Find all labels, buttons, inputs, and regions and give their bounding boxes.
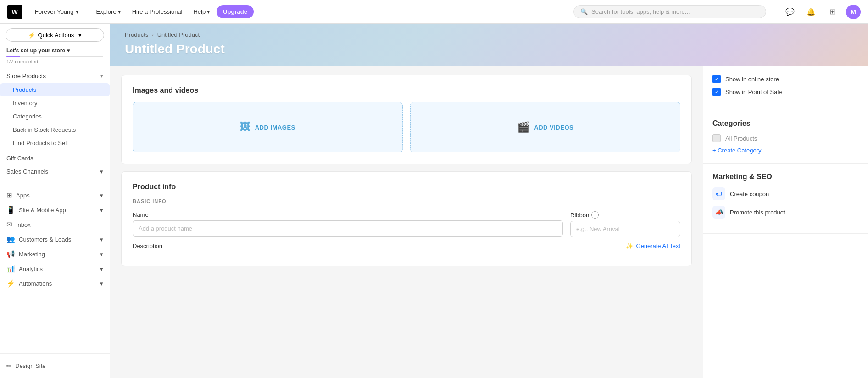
help-chevron: ▾	[207, 8, 210, 15]
sidebar-item-sales-channels[interactable]: Sales Channels ▾	[0, 165, 110, 178]
quick-actions-button[interactable]: ⚡ Quick Actions ▾	[6, 28, 104, 42]
sidebar-item-categories[interactable]: Categories	[0, 110, 110, 123]
sidebar-item-customers-leads[interactable]: 👥 Customers & Leads ▾	[0, 232, 110, 247]
ribbon-info-icon[interactable]: i	[591, 211, 599, 219]
sidebar-item-inventory[interactable]: Inventory	[0, 96, 110, 110]
automations-chevron: ▾	[100, 280, 103, 287]
search-bar[interactable]: 🔍 Search for tools, apps, help & more...	[573, 5, 766, 18]
breadcrumb-current: Untitled Product	[157, 31, 200, 38]
automations-icon: ⚡	[6, 279, 15, 288]
ribbon-label: Ribbon i	[570, 211, 680, 219]
breadcrumb: Products › Untitled Product	[125, 31, 853, 38]
sidebar-top: ⚡ Quick Actions ▾	[0, 24, 110, 45]
marketing-icon: 📢	[6, 250, 15, 258]
name-label: Name	[133, 211, 563, 218]
sidebar-item-analytics[interactable]: 📊 Analytics ▾	[0, 261, 110, 276]
marketing-seo-title: Marketing & SEO	[712, 173, 859, 181]
search-icon: 🔍	[580, 8, 588, 15]
add-images-icon: 🖼	[240, 121, 250, 133]
sidebar-item-inbox[interactable]: ✉ Inbox	[0, 217, 110, 232]
messages-icon-button[interactable]: 💬	[783, 5, 797, 19]
create-category-link[interactable]: + Create Category	[712, 147, 859, 154]
add-images-box[interactable]: 🖼 ADD IMAGES	[133, 102, 403, 152]
notifications-icon-button[interactable]: 🔔	[804, 5, 818, 19]
sidebar-item-site-mobile[interactable]: 📱 Site & Mobile App ▾	[0, 203, 110, 217]
sidebar-item-gift-cards[interactable]: Gift Cards	[0, 152, 110, 165]
site-mobile-icon: 📱	[6, 206, 15, 214]
nav-explore[interactable]: Explore ▾	[92, 6, 126, 18]
breadcrumb-chevron: ›	[152, 32, 153, 37]
main-body: Images and videos 🖼 ADD IMAGES 🎬 ADD VID…	[110, 66, 868, 378]
breadcrumb-parent[interactable]: Products	[125, 31, 148, 38]
inventory-label: Inventory	[13, 100, 37, 107]
progress-label: 1/7 completed	[6, 59, 103, 64]
page-title: Untitled Product	[125, 42, 853, 56]
site-name-chevron: ▾	[76, 8, 79, 15]
generate-ai-icon: ✨	[626, 243, 633, 249]
wix-logo-icon: W	[7, 5, 22, 19]
quick-actions-label: Quick Actions	[38, 32, 74, 39]
sidebar-item-find-products[interactable]: Find Products to Sell	[0, 136, 110, 150]
progress-bar-fill	[6, 56, 20, 57]
grid-icon-button[interactable]: ⊞	[825, 5, 840, 19]
products-label: Products	[13, 86, 36, 93]
nav-help[interactable]: Help ▾	[189, 6, 215, 18]
left-panel: Images and videos 🖼 ADD IMAGES 🎬 ADD VID…	[110, 66, 703, 378]
create-coupon-label: Create coupon	[730, 191, 769, 197]
sidebar-group-header-store-products[interactable]: Store Products ▾	[0, 69, 110, 83]
all-products-row: All Products	[712, 134, 859, 142]
sidebar: ⚡ Quick Actions ▾ Let's set up your stor…	[0, 24, 110, 378]
sidebar-item-automations[interactable]: ⚡ Automations ▾	[0, 276, 110, 291]
name-ribbon-row: Name Ribbon i	[133, 211, 680, 237]
categories-label: Categories	[13, 113, 42, 120]
wix-logo[interactable]: W	[7, 5, 22, 19]
show-online-row: ✓ Show in online store	[712, 75, 859, 83]
quick-actions-icon: ⚡	[28, 32, 35, 39]
product-info-title: Product info	[133, 183, 680, 191]
quick-actions-chevron: ▾	[78, 32, 82, 39]
hero-header: Products › Untitled Product Untitled Pro…	[110, 24, 868, 66]
sales-channels-chevron: ▾	[100, 168, 103, 175]
show-pos-checkbox[interactable]: ✓	[712, 88, 721, 96]
show-online-checkbox[interactable]: ✓	[712, 75, 721, 83]
nav-hire[interactable]: Hire a Professional	[128, 6, 187, 18]
content-area: Products › Untitled Product Untitled Pro…	[110, 24, 868, 378]
upgrade-button[interactable]: Upgrade	[217, 5, 254, 18]
sidebar-item-marketing[interactable]: 📢 Marketing ▾	[0, 247, 110, 261]
sales-channels-label: Sales Channels	[6, 168, 48, 175]
generate-ai-button[interactable]: ✨ Generate AI Text	[626, 243, 680, 249]
site-name-text: Forever Young	[35, 8, 74, 15]
design-site-footer: ✏ Design Site	[0, 353, 110, 378]
add-videos-label: ADD VIDEOS	[534, 124, 573, 131]
description-row: Description ✨ Generate AI Text	[133, 243, 680, 249]
all-products-checkbox[interactable]	[712, 134, 721, 142]
design-site-button[interactable]: ✏ Design Site	[6, 359, 103, 372]
promote-product-item[interactable]: 📣 Promote this product	[712, 206, 859, 219]
add-videos-box[interactable]: 🎬 ADD VIDEOS	[410, 102, 680, 152]
product-info-card: Product info BASIC INFO Name Ribbon i	[121, 171, 692, 266]
categories-section: Categories All Products + Create Categor…	[703, 110, 868, 164]
sidebar-item-products[interactable]: Products	[0, 83, 110, 96]
name-field: Name	[133, 211, 563, 237]
apps-icon: ⊞	[6, 191, 12, 199]
sidebar-item-back-in-stock[interactable]: Back in Stock Requests	[0, 123, 110, 136]
analytics-icon: 📊	[6, 265, 15, 273]
create-coupon-item[interactable]: 🏷 Create coupon	[712, 187, 859, 200]
right-panel: ✓ Show in online store ✓ Show in Point o…	[703, 66, 868, 378]
description-label: Description	[133, 243, 618, 249]
nav-items: Explore ▾ Hire a Professional Help ▾ Upg…	[92, 5, 254, 18]
store-products-chevron: ▾	[100, 73, 103, 79]
sidebar-item-apps[interactable]: ⊞ Apps ▾	[0, 188, 110, 203]
site-name-selector[interactable]: Forever Young ▾	[31, 6, 83, 17]
design-site-icon: ✏	[6, 362, 11, 369]
user-avatar[interactable]: M	[846, 5, 861, 19]
find-products-label: Find Products to Sell	[13, 140, 68, 147]
ribbon-field: Ribbon i	[570, 211, 680, 237]
gift-cards-label: Gift Cards	[6, 155, 33, 162]
ribbon-input[interactable]	[570, 221, 680, 237]
name-input[interactable]	[133, 220, 563, 237]
media-grid: 🖼 ADD IMAGES 🎬 ADD VIDEOS	[133, 102, 680, 152]
apps-chevron: ▾	[100, 192, 103, 199]
sidebar-group-store-products: Store Products ▾ Products Inventory Cate…	[0, 69, 110, 150]
explore-chevron: ▾	[118, 8, 121, 15]
